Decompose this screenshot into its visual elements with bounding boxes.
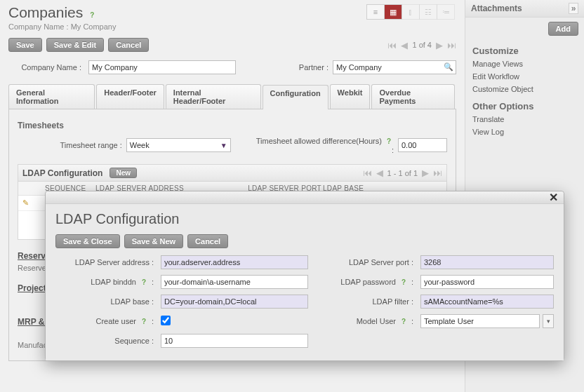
pager-next-icon[interactable]: ▶ bbox=[436, 40, 443, 50]
tab-configuration[interactable]: Configuration bbox=[263, 85, 328, 109]
sequence-label: Sequence : bbox=[55, 337, 154, 345]
help-icon[interactable]: ? bbox=[399, 277, 409, 287]
company-name-label: Company Name : bbox=[8, 63, 84, 72]
view-list-icon[interactable]: ≡ bbox=[366, 4, 385, 20]
model-user-input[interactable] bbox=[420, 314, 540, 328]
view-log-link[interactable]: View Log bbox=[465, 126, 584, 138]
page-title: Companies bbox=[8, 4, 83, 21]
pager-first-icon[interactable]: ⏮ bbox=[387, 40, 397, 50]
ldap-config-dialog: ✕ LDAP Configuration Save & Close Save &… bbox=[45, 191, 564, 361]
add-attachment-button[interactable]: Add bbox=[548, 22, 578, 36]
pager-text: 1 of 4 bbox=[412, 41, 432, 49]
view-gantt-icon[interactable]: ≔ bbox=[437, 4, 455, 20]
view-switcher: ≡ ▦ ⫿ ☷ ≔ bbox=[367, 4, 455, 20]
chevron-right-icon[interactable]: » bbox=[569, 3, 578, 14]
tab-webkit[interactable]: Webkit bbox=[330, 84, 371, 109]
ldap-password-label: LDAP password? : bbox=[315, 277, 413, 287]
ldap-filter-input[interactable] bbox=[420, 295, 554, 309]
save-button[interactable]: Save bbox=[8, 38, 42, 52]
customize-object-link[interactable]: Customize Object bbox=[465, 83, 584, 95]
partner-input[interactable] bbox=[333, 60, 456, 74]
timesheets-heading: Timesheets bbox=[18, 121, 447, 130]
save-edit-button[interactable]: Save & Edit bbox=[46, 38, 105, 52]
search-icon[interactable]: 🔍 bbox=[444, 62, 453, 72]
ldap-config-heading: LDAP Configuration bbox=[22, 168, 102, 178]
timesheet-range-select[interactable]: Week ▼ bbox=[126, 138, 231, 152]
timesheet-range-label: Timesheet range : bbox=[18, 141, 122, 149]
tab-header-footer[interactable]: Header/Footer bbox=[96, 84, 164, 109]
help-icon[interactable]: ? bbox=[87, 11, 97, 20]
ldap-password-input[interactable] bbox=[420, 275, 554, 289]
customize-title: Customize bbox=[465, 40, 584, 58]
ldap-address-label: LDAP Server address : bbox=[55, 258, 154, 266]
grid-pager-prev-icon[interactable]: ◀ bbox=[376, 168, 383, 178]
ldap-address-input[interactable] bbox=[161, 255, 308, 269]
timesheet-allowed-input[interactable] bbox=[398, 138, 447, 152]
create-user-checkbox[interactable] bbox=[161, 316, 171, 325]
tabs: General Information Header/Footer Intern… bbox=[8, 84, 456, 109]
sequence-input[interactable] bbox=[161, 334, 308, 348]
timesheet-allowed-label: Timesheet allowed difference(Hours) ? : bbox=[253, 136, 394, 154]
help-icon[interactable]: ? bbox=[139, 316, 149, 326]
grid-pager-first-icon[interactable]: ⏮ bbox=[363, 168, 372, 178]
tab-general[interactable]: General Information bbox=[8, 84, 95, 109]
attachments-header: Attachments » bbox=[465, 0, 584, 18]
ldap-port-label: LDAP Server port : bbox=[315, 258, 413, 266]
timesheet-range-value: Week bbox=[130, 141, 150, 149]
ldap-binddn-label: LDAP binddn? : bbox=[55, 277, 154, 287]
cancel-button[interactable]: Cancel bbox=[108, 38, 149, 52]
dialog-cancel-button[interactable]: Cancel bbox=[187, 234, 228, 248]
grid-pager-next-icon[interactable]: ▶ bbox=[422, 168, 429, 178]
edit-workflow-link[interactable]: Edit Workflow bbox=[465, 70, 584, 83]
grid-pager-last-icon[interactable]: ⏭ bbox=[433, 168, 442, 178]
model-user-label: Model User? : bbox=[315, 316, 413, 326]
ldap-port-input[interactable] bbox=[420, 255, 554, 269]
view-graph-icon[interactable]: ⫿ bbox=[401, 4, 420, 20]
help-icon[interactable]: ? bbox=[399, 316, 409, 326]
chevron-down-icon: ▼ bbox=[220, 142, 227, 149]
help-icon[interactable]: ? bbox=[384, 136, 394, 146]
breadcrumb-value: My Company bbox=[71, 22, 117, 31]
ldap-binddn-input[interactable] bbox=[161, 275, 308, 289]
other-options-title: Other Options bbox=[465, 95, 584, 113]
ldap-filter-label: LDAP filter : bbox=[315, 297, 413, 306]
pager-prev-icon[interactable]: ◀ bbox=[401, 40, 408, 50]
attachments-title: Attachments bbox=[471, 4, 522, 13]
tab-overdue-payments[interactable]: Overdue Payments bbox=[371, 84, 455, 109]
help-icon[interactable]: ? bbox=[139, 277, 149, 287]
translate-link[interactable]: Translate bbox=[465, 113, 584, 126]
breadcrumb: Company Name : My Company bbox=[8, 22, 456, 31]
ldap-base-input[interactable] bbox=[161, 295, 308, 309]
pager-last-icon[interactable]: ⏭ bbox=[447, 40, 456, 50]
partner-label: Partner : bbox=[286, 63, 328, 72]
chevron-down-icon[interactable]: ▾ bbox=[543, 314, 554, 328]
view-calendar-icon[interactable]: ☷ bbox=[419, 4, 437, 20]
record-pager: ⏮ ◀ 1 of 4 ▶ ⏭ bbox=[387, 40, 456, 50]
create-user-label: Create user? : bbox=[55, 316, 154, 326]
grid-pager-text: 1 - 1 of 1 bbox=[387, 169, 418, 177]
company-name-input[interactable] bbox=[88, 60, 236, 74]
view-form-icon[interactable]: ▦ bbox=[384, 4, 402, 20]
dialog-save-new-button[interactable]: Save & New bbox=[124, 234, 183, 248]
manage-views-link[interactable]: Manage Views bbox=[465, 58, 584, 70]
dialog-save-close-button[interactable]: Save & Close bbox=[55, 234, 120, 248]
tab-internal-header-footer[interactable]: Internal Header/Footer bbox=[166, 84, 261, 109]
breadcrumb-label: Company Name : bbox=[8, 22, 69, 31]
dialog-title: LDAP Configuration bbox=[55, 211, 554, 227]
edit-icon[interactable]: ✎ bbox=[22, 198, 44, 208]
ldap-new-button[interactable]: New bbox=[109, 168, 137, 178]
ldap-base-label: LDAP base : bbox=[55, 297, 154, 306]
close-icon[interactable]: ✕ bbox=[549, 191, 558, 204]
